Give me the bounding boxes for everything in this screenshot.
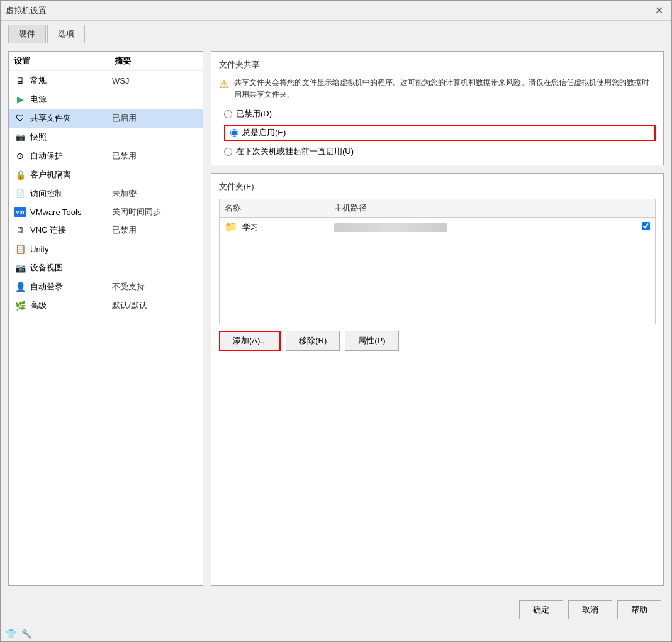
list-item-general[interactable]: 🖥 常规 WSJ [9,71,203,90]
folder-buttons-row: 添加(A)... 移除(R) 属性(P) [219,331,656,351]
right-panel: 文件夹共享 ⚠ 共享文件夹会将您的文件显示给虚拟机中的程序。这可能为您的计算机和… [211,51,664,586]
list-item-access-control[interactable]: 📄 访问控制 未加密 [9,184,203,203]
item-label: 共享文件夹 [30,113,112,124]
left-panel: 设置 摘要 🖥 常规 WSJ ▶ 电源 🛡 [8,51,203,586]
shirt-icon[interactable]: 👕 [6,629,16,639]
status-bar: 👕 🔧 [1,626,671,641]
radio-until-shutdown-row[interactable]: 在下次关机或挂起前一直启用(U) [224,146,656,157]
col-summary-label: 摘要 [115,55,198,67]
list-item-isolation[interactable]: 🔒 客户机隔离 [9,165,203,184]
autosave-icon: ⊙ [14,150,26,162]
list-item-autosave[interactable]: ⊙ 自动保护 已禁用 [9,147,203,165]
titlebar: 虚拟机设置 ✕ [1,1,671,21]
vmware-tools-icon: vm [14,207,26,217]
col-setting-label: 设置 [14,55,115,67]
folder-table: 名称 主机路径 📁 学习 [220,199,655,236]
radio-disabled-row[interactable]: 已禁用(D) [224,108,656,119]
list-item-vnc[interactable]: 🖥 VNC 连接 已禁用 [9,221,203,240]
radio-disabled[interactable] [224,110,232,118]
radio-always[interactable] [230,129,238,137]
radio-disabled-label: 已禁用(D) [236,108,272,119]
radio-always-label: 总是启用(E) [242,127,286,138]
list-item-unity[interactable]: 📋 Unity [9,240,203,258]
settings-list: 🖥 常规 WSJ ▶ 电源 🛡 共享文件夹 已启用 [9,71,203,585]
list-item-power[interactable]: ▶ 电源 [9,90,203,109]
folder-icon: 📁 [225,221,237,232]
snapshot-icon: 📷 [14,131,26,143]
close-button[interactable]: ✕ [651,3,666,18]
list-item-device-view[interactable]: 📷 设备视图 [9,258,203,277]
list-item-advanced[interactable]: 🌿 高级 默认/默认 [9,296,203,315]
footer: 确定 取消 帮助 [1,594,671,626]
folder-name-value: 学习 [242,223,259,232]
tab-hardware[interactable]: 硬件 [8,25,46,43]
properties-button[interactable]: 属性(P) [345,331,398,351]
table-row[interactable]: 📁 学习 [220,218,655,237]
col-enabled-header [636,199,655,218]
cancel-button[interactable]: 取消 [568,600,612,619]
help-button[interactable]: 帮助 [617,600,661,619]
autologin-icon: 👤 [14,280,26,293]
item-value: 已禁用 [112,150,137,162]
folder-sharing-title: 文件夹共享 [219,59,656,70]
device-view-icon: 📷 [14,262,26,274]
item-label: 自动登录 [30,281,112,292]
col-path-header: 主机路径 [329,199,636,218]
list-item-shared-folders[interactable]: 🛡 共享文件夹 已启用 [9,109,203,128]
access-control-icon: 📄 [14,187,26,200]
folder-list-section: 文件夹(F) 名称 主机路径 [211,173,664,586]
item-value: 未加密 [112,188,137,199]
item-label: 常规 [30,75,112,86]
host-path-blurred [334,223,447,232]
item-label: VMware Tools [30,208,112,217]
folder-table-container: 名称 主机路径 📁 学习 [219,199,656,324]
col-name-header: 名称 [220,199,329,218]
remove-folder-button[interactable]: 移除(R) [286,331,340,351]
tab-options[interactable]: 选项 [47,25,85,43]
list-header: 设置 摘要 [9,52,203,71]
sharing-radio-group: 已禁用(D) 总是启用(E) 在下次关机或挂起前一直启用(U) [219,108,656,157]
folder-enabled-checkbox[interactable] [642,222,650,230]
window-title: 虚拟机设置 [6,5,47,16]
folder-name-cell: 📁 学习 [220,218,329,237]
tabs-bar: 硬件 选项 [1,21,671,43]
radio-until-shutdown-label: 在下次关机或挂起前一直启用(U) [236,146,354,157]
item-label: 设备视图 [30,262,112,274]
wrench-icon[interactable]: 🔧 [21,629,32,639]
warning-text: 共享文件夹会将您的文件显示给虚拟机中的程序。这可能为您的计算机和数据带来风险。请… [234,77,656,101]
item-label: 电源 [30,94,112,105]
item-value: 默认/默认 [112,300,147,311]
item-label: 客户机隔离 [30,169,112,180]
folder-list-title: 文件夹(F) [219,181,656,192]
item-label: Unity [30,245,112,254]
radio-until-shutdown[interactable] [224,148,232,156]
warning-row: ⚠ 共享文件夹会将您的文件显示给虚拟机中的程序。这可能为您的计算机和数据带来风险… [219,77,656,101]
folder-enabled-cell[interactable] [636,218,655,237]
general-icon: 🖥 [14,74,26,87]
shared-folders-icon: 🛡 [14,112,26,125]
power-icon: ▶ [14,93,26,106]
item-label: 高级 [30,300,112,311]
item-value: 已禁用 [112,224,137,236]
item-value: 不受支持 [112,281,145,292]
item-value: 已启用 [112,113,137,124]
folder-sharing-section: 文件夹共享 ⚠ 共享文件夹会将您的文件显示给虚拟机中的程序。这可能为您的计算机和… [211,51,664,165]
vnc-icon: 🖥 [14,224,26,236]
item-value: WSJ [112,76,129,86]
add-folder-button[interactable]: 添加(A)... [219,331,281,351]
item-label: 自动保护 [30,150,112,162]
item-label: 快照 [30,131,112,143]
radio-always-row[interactable]: 总是启用(E) [224,125,656,141]
list-item-autologin[interactable]: 👤 自动登录 不受支持 [9,277,203,296]
list-item-snapshot[interactable]: 📷 快照 [9,128,203,147]
item-label: VNC 连接 [30,224,112,236]
list-item-vmware-tools[interactable]: vm VMware Tools 关闭时间同步 [9,203,203,221]
ok-button[interactable]: 确定 [519,600,563,619]
isolation-icon: 🔒 [14,169,26,181]
unity-icon: 📋 [14,243,26,255]
item-value: 关闭时间同步 [112,206,161,218]
main-window: 虚拟机设置 ✕ 硬件 选项 设置 摘要 🖥 常规 WSJ ▶ [0,0,672,642]
warning-icon: ⚠ [219,77,229,101]
item-label: 访问控制 [30,188,112,199]
content-area: 设置 摘要 🖥 常规 WSJ ▶ 电源 🛡 [1,43,671,594]
